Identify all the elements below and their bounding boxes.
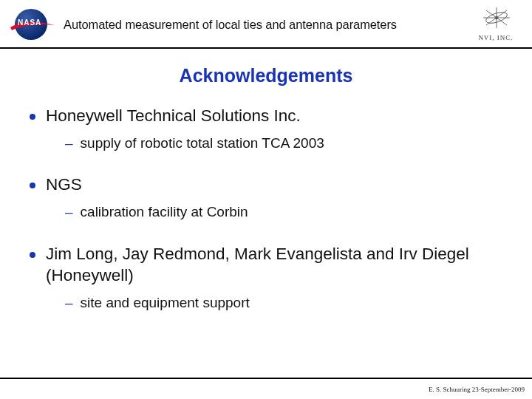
bullet-list: Honeywell Technical Solutions Inc. – sup…	[22, 106, 510, 312]
bullet-text: NGS	[46, 174, 82, 196]
slide-footer: E. S. Schuuring 23-September-2009	[0, 378, 532, 395]
bullet-text: Honeywell Technical Solutions Inc.	[46, 106, 301, 127]
dash-icon: –	[65, 134, 73, 153]
header-title: Automated measurement of local ties and …	[64, 18, 463, 32]
list-item: Jim Long, Jay Redmond, Mark Evangelista …	[30, 244, 510, 312]
nvi-logo-icon: NVI, INC.	[470, 6, 522, 43]
sub-bullet-text: supply of robotic total station TCA 2003	[81, 134, 324, 153]
list-item: Honeywell Technical Solutions Inc. – sup…	[30, 106, 510, 152]
svg-point-4	[495, 16, 498, 19]
nasa-logo-icon: NASA	[10, 6, 56, 43]
nasa-logo-text: NASA	[18, 18, 41, 27]
bullet-icon	[30, 114, 35, 120]
sub-bullet-text: calibration facility at Corbin	[81, 203, 248, 222]
dash-icon: –	[65, 203, 73, 222]
bullet-icon	[30, 183, 35, 188]
dash-icon: –	[65, 294, 73, 313]
sub-list-item: – calibration facility at Corbin	[65, 203, 510, 222]
footer-text: E. S. Schuuring 23-September-2009	[429, 386, 525, 393]
slide: NASA Automated measurement of local ties…	[0, 0, 532, 399]
sub-list-item: – site and equipment support	[65, 294, 510, 313]
nvi-logo-text: NVI, INC.	[470, 34, 522, 41]
bullet-icon	[30, 252, 35, 258]
bullet-text: Jim Long, Jay Redmond, Mark Evangelista …	[46, 244, 510, 287]
list-item: NGS – calibration facility at Corbin	[30, 174, 510, 221]
slide-title: Acknowledgements	[22, 65, 510, 86]
sub-bullet-text: site and equipment support	[81, 294, 250, 313]
slide-header: NASA Automated measurement of local ties…	[0, 0, 532, 49]
slide-body: Acknowledgements Honeywell Technical Sol…	[0, 49, 532, 312]
sub-list-item: – supply of robotic total station TCA 20…	[65, 134, 510, 153]
